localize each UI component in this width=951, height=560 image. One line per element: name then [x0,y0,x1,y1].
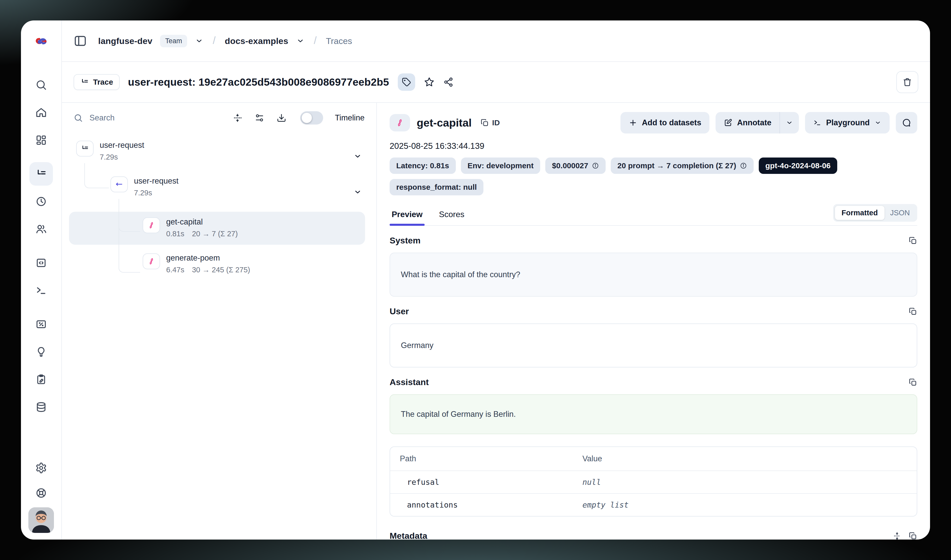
generation-node-badge [143,217,160,233]
tree-toolbar: Timeline [62,103,376,133]
playground-label: Playground [826,118,870,127]
format-json-option[interactable]: JSON [885,206,916,220]
tree-row-trace[interactable]: user-request 7.29s [76,141,376,172]
search-input[interactable] [89,113,220,123]
tab-scores[interactable]: Scores [437,210,466,225]
tree-row-label: get-capital [166,217,238,226]
star-icon [424,77,435,88]
tree-row-duration: 6.47s [166,266,184,274]
tree-row-label: user-request [134,177,179,186]
sidebar-toggle-button[interactable] [74,34,87,48]
copy-assistant-button[interactable] [909,378,917,387]
trace-title-bar: Trace user-request: 19e27ac025d543b008e9… [62,62,930,103]
annotate-button[interactable]: Annotate [716,112,779,134]
timeline-toggle[interactable] [300,111,323,125]
rail-users-button[interactable] [29,217,53,241]
rail-annotation-button[interactable] [29,368,53,391]
tab-preview[interactable]: Preview [389,210,425,225]
tracing-tree-icon [35,168,47,180]
tree-connector [85,163,109,188]
org-chevron-down-icon[interactable] [195,37,203,45]
detail-header: get-capital ID Add to datasets Annotate [389,112,917,134]
tracing-tree-icon [80,78,89,86]
copy-icon [909,236,917,245]
view-options-button[interactable] [255,113,264,123]
model-badge[interactable]: gpt-4o-2024-08-06 [759,157,837,174]
breadcrumb-org[interactable]: langfuse-dev [98,36,152,46]
home-icon [35,107,47,118]
search-icon [35,79,47,91]
panel-left-icon [74,34,87,48]
tree-row-get-capital[interactable]: get-capital 0.81s 20 → 7 (Σ 27) [69,212,365,245]
generation-pinwheel-icon [147,257,156,266]
org-type-badge: Team [160,35,187,47]
trace-type-label: Trace [93,78,113,86]
rail-dashboards-button[interactable] [29,128,53,152]
rail-prompts-button[interactable] [29,251,53,275]
collapse-all-button[interactable] [232,113,242,123]
response-format-badge: response_format: null [389,179,483,195]
path-cell: refusal [400,478,582,487]
format-formatted-option[interactable]: Formatted [835,206,885,220]
copy-metadata-button[interactable] [909,532,917,540]
comments-button[interactable] [896,112,917,134]
rail-playground-button[interactable] [29,279,53,302]
tree-row-generate-poem[interactable]: generate-poem 6.47s 30 → 245 (Σ 275) [69,248,365,281]
copy-user-button[interactable] [909,307,917,316]
row-chevron-down-icon[interactable] [353,152,362,161]
bookmark-star-button[interactable] [424,77,435,88]
arrow-left-right-icon [115,180,123,188]
annotate-dropdown-button[interactable] [779,112,799,134]
copy-id-button[interactable]: ID [480,118,500,127]
plus-icon [629,118,637,127]
value-cell: null [582,478,601,487]
tag-icon [402,77,411,87]
copy-system-button[interactable] [909,236,917,245]
annotate-label: Annotate [737,118,771,127]
terminal-icon [813,118,822,127]
main-split: Timeline user-request 7.29s [62,103,930,540]
chevron-down-icon [874,119,882,126]
rail-sessions-button[interactable] [29,190,53,213]
rail-datasets-button[interactable] [29,395,53,419]
support-lifebuoy-icon [35,487,47,499]
rail-tracing-button[interactable] [29,162,53,186]
playground-button[interactable]: Playground [805,112,889,134]
lightbulb-icon [35,346,47,358]
span-node-badge [111,177,128,192]
rail-search-button[interactable] [29,73,53,97]
avatar-photo [28,507,54,533]
tree-row-span[interactable]: user-request 7.29s [111,177,376,208]
tokens-badge[interactable]: 20 prompt → 7 completion (Σ 27) [611,157,754,174]
breadcrumb-project[interactable]: docs-examples [225,36,288,46]
tag-button[interactable] [398,73,415,91]
add-to-datasets-button[interactable]: Add to datasets [620,112,710,134]
dashboard-icon [35,134,47,146]
detail-actions: Add to datasets Annotate Playground [620,112,917,134]
share-button[interactable] [443,77,454,87]
rail-support-button[interactable] [29,481,53,505]
rail-home-button[interactable] [29,101,53,124]
project-chevron-down-icon[interactable] [296,37,305,45]
breadcrumb-page[interactable]: Traces [326,36,352,46]
app-logo[interactable] [34,20,49,62]
row-chevron-down-icon[interactable] [353,188,362,196]
tracing-tree-icon [81,145,89,153]
rail-evals-button[interactable] [29,340,53,364]
database-icon [35,401,47,413]
expand-metadata-button[interactable] [893,532,902,540]
system-heading: System [389,235,420,246]
rail-settings-button[interactable] [29,456,53,480]
download-button[interactable] [277,113,286,123]
assistant-section-header: Assistant [389,377,917,387]
user-avatar[interactable] [28,507,54,533]
copy-icon [909,532,917,540]
latency-badge: Latency: 0.81s [389,157,456,174]
cost-badge[interactable]: $0.000027 [545,157,606,174]
format-switch: Formatted JSON [833,204,917,222]
trace-type-chip[interactable]: Trace [74,74,120,90]
delete-trace-button[interactable] [896,71,918,93]
env-badge: Env: development [461,157,540,174]
rail-scores-button[interactable] [29,312,53,336]
info-icon [740,162,747,169]
